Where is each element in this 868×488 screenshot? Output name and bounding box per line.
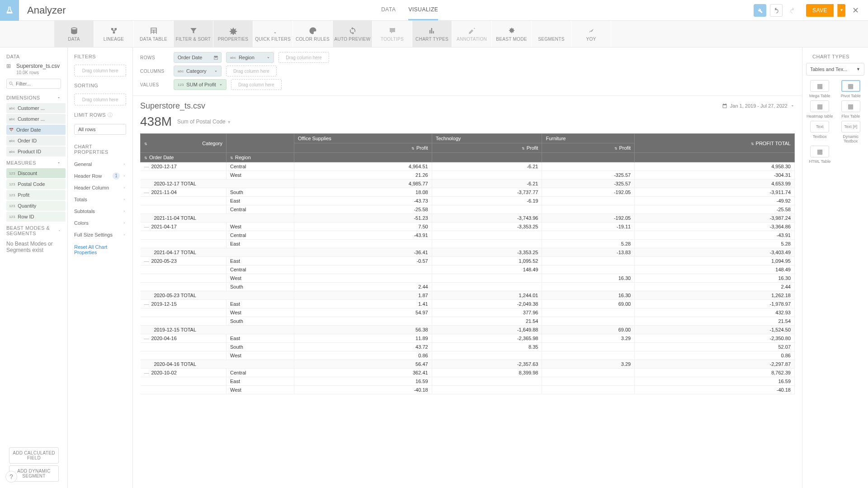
filter-input[interactable] — [6, 79, 61, 89]
table-row[interactable]: West0.860.86 — [141, 351, 795, 360]
collapse-toggle[interactable]: — — [144, 190, 149, 195]
table-row[interactable]: West-40.18-40.18 — [141, 386, 795, 394]
filters-dropzone[interactable]: Drag column here — [74, 65, 126, 76]
add-calculated-field-button[interactable]: ADD CALCULATED FIELD — [9, 447, 59, 464]
columns-dropzone[interactable]: Drag column here — [226, 66, 277, 76]
collapse-toggle[interactable]: — — [144, 336, 149, 341]
toolbar-data[interactable]: DATA — [54, 21, 94, 47]
toolbar-auto-preview[interactable]: AUTO PREVIEW — [333, 21, 373, 47]
measures-header[interactable]: MEASURES — [0, 157, 67, 168]
save-button[interactable]: SAVE — [806, 4, 834, 17]
columns-pill-category[interactable]: abcCategory — [174, 66, 222, 76]
table-row[interactable]: South2.442.44 — [141, 283, 795, 291]
table-row[interactable]: West54.97377.96432.93 — [141, 308, 795, 317]
collapse-toggle[interactable]: — — [144, 370, 149, 375]
field-profit[interactable]: 123Profit — [6, 190, 66, 200]
dimensions-header[interactable]: DIMENSIONS — [0, 92, 67, 103]
date-range-picker[interactable]: Jan 1, 2019 - Jul 27, 2022 — [722, 103, 795, 109]
prop-header-row[interactable]: Header Row1 — [68, 170, 132, 182]
sorting-dropzone[interactable]: Drag column here — [74, 94, 126, 105]
prop-totals[interactable]: Totals — [68, 194, 132, 205]
beastmode-header[interactable]: BEAST MODES & SEGMENTS — [0, 223, 67, 239]
table-row[interactable]: —2019-12-15East1.41-2,049.3869.00-1,978.… — [141, 300, 795, 308]
field-product-id[interactable]: abcProduct ID — [6, 147, 66, 156]
chart-type-mega-table[interactable]: ▦Mega Table — [806, 80, 834, 99]
chart-type-dynamic-textbox[interactable]: Text [#]Dynamic Textbox — [837, 121, 865, 144]
table-row[interactable]: East16.5916.59 — [141, 377, 795, 386]
field-customer-[interactable]: abcCustomer ... — [6, 114, 66, 124]
tools-button[interactable] — [754, 4, 766, 17]
collapse-toggle[interactable]: — — [144, 224, 149, 229]
table-row[interactable]: East-43.73-6.19-49.92 — [141, 197, 795, 205]
values-pill-profit[interactable]: 123SUM of Profit — [174, 79, 226, 90]
toolbar-filter-sort[interactable]: FILTER & SORT — [174, 21, 213, 47]
prop-subtotals[interactable]: Subtotals — [68, 205, 132, 217]
table-row[interactable]: 2020-04-16 TOTAL56.47-2,357.633.29-2,297… — [141, 360, 795, 369]
field-row-id[interactable]: 123Row ID — [6, 212, 66, 222]
values-dropzone[interactable]: Drag column here — [231, 79, 282, 90]
chart-type-heatmap-table[interactable]: ▦Heatmap table — [806, 100, 834, 119]
table-row[interactable]: 2021-04-17 TOTAL-36.41-3,353.25-13.83-3,… — [141, 248, 795, 257]
table-row[interactable]: 2019-12-15 TOTAL56.38-1,649.8869.00-1,52… — [141, 326, 795, 334]
redo-button[interactable] — [786, 4, 799, 17]
rows-dropzone[interactable]: Drag column here — [278, 52, 329, 63]
toolbar-yoy[interactable]: YOY — [571, 21, 611, 47]
dataset-name[interactable]: Superstore_ts.csv — [0, 63, 67, 70]
table-row[interactable]: Central148.49148.49 — [141, 265, 795, 274]
toolbar-quick-filters[interactable]: QUICK FILTERS — [253, 21, 293, 47]
table-row[interactable]: —2021-04-17West7.50-3,353.25-19.11-3,364… — [141, 223, 795, 231]
toolbar-color-rules[interactable]: COLOR RULES — [293, 21, 333, 47]
toolbar-beast-mode[interactable]: BEAST MODE — [492, 21, 532, 47]
field-customer-[interactable]: abcCustomer ... — [6, 103, 66, 113]
table-row[interactable]: —2020-12-17Central4,964.51-6.214,958.30 — [141, 162, 795, 171]
collapse-toggle[interactable]: — — [144, 301, 149, 307]
table-row[interactable]: West16.3016.30 — [141, 274, 795, 283]
chart-type-textbox[interactable]: TextTextbox — [806, 121, 834, 144]
table-row[interactable]: 2020-12-17 TOTAL4,985.77-6.21-325.574,65… — [141, 180, 795, 188]
collapse-toggle[interactable]: — — [144, 258, 149, 264]
chart-type-flex-table[interactable]: ▦Flex Table — [837, 100, 865, 119]
tab-visualize[interactable]: VISUALIZE — [408, 0, 438, 20]
table-row[interactable]: —2020-10-02Central362.418,399.988,762.39 — [141, 369, 795, 377]
prop-full-size-settings[interactable]: Full Size Settings — [68, 229, 132, 241]
save-dropdown[interactable]: ▼ — [837, 4, 845, 17]
table-row[interactable]: South43.728.3552.07 — [141, 343, 795, 351]
reset-chart-properties-link[interactable]: Reset All Chart Properties — [68, 241, 132, 259]
prop-header-column[interactable]: Header Column — [68, 182, 132, 194]
toolbar-lineage[interactable]: LINEAGE — [94, 21, 134, 47]
prop-general[interactable]: General — [68, 158, 132, 170]
undo-button[interactable] — [770, 4, 783, 17]
field-order-id[interactable]: abcOrder ID — [6, 136, 66, 146]
table-row[interactable]: West21.26-325.57-304.31 — [141, 171, 795, 180]
prop-colors[interactable]: Colors — [68, 217, 132, 229]
chart-type-pivot-table[interactable]: ▦Pivot Table — [837, 80, 865, 99]
limit-rows-select[interactable]: All rows — [74, 124, 126, 135]
field-order-date[interactable]: 📅Order Date — [6, 125, 66, 135]
close-button[interactable]: ✕ — [849, 4, 862, 17]
table-row[interactable]: East5.285.28 — [141, 240, 795, 248]
app-logo[interactable] — [0, 0, 19, 21]
table-row[interactable]: —2020-04-16East11.89-2,365.983.29-2,350.… — [141, 334, 795, 343]
table-row[interactable]: South21.5421.54 — [141, 317, 795, 326]
table-row[interactable]: 2020-05-23 TOTAL1.871,244.0116.301,262.1… — [141, 291, 795, 300]
field-quantity[interactable]: 123Quantity — [6, 201, 66, 211]
toolbar-data-table[interactable]: DATA TABLE — [134, 21, 174, 47]
collapse-toggle[interactable]: — — [144, 164, 149, 169]
field-postal-code[interactable]: 123Postal Code — [6, 179, 66, 189]
toolbar-chart-types[interactable]: CHART TYPES — [412, 21, 452, 47]
rows-pill-order-date[interactable]: Order Date — [174, 52, 222, 63]
table-row[interactable]: 2021-11-04 TOTAL-51.23-3,743.96-192.05-3… — [141, 214, 795, 223]
toolbar-segments[interactable]: SEGMENTS — [532, 21, 571, 47]
table-row[interactable]: —2020-05-23East-0.571,095.521,094.95 — [141, 257, 795, 265]
kpi-label[interactable]: Sum of Postal Code ▼ — [177, 118, 231, 125]
toolbar-properties[interactable]: PROPERTIES — [213, 21, 253, 47]
chart-category-select[interactable]: Tables and Tex...▼ — [806, 63, 864, 76]
table-row[interactable]: —2021-11-04South18.08-3,737.77-192.05-3,… — [141, 188, 795, 197]
pivot-table-wrap[interactable]: ⇅Category Office Supplies Technology Fur… — [133, 133, 802, 488]
field-discount[interactable]: 123Discount — [6, 168, 66, 178]
rows-pill-region[interactable]: abcRegion — [226, 52, 274, 63]
chart-type-html-table[interactable]: ▦HTML Table — [806, 146, 834, 164]
tab-data[interactable]: DATA — [381, 0, 396, 20]
table-row[interactable]: Central-25.58-25.58 — [141, 205, 795, 214]
table-row[interactable]: Central-43.91-43.91 — [141, 231, 795, 240]
